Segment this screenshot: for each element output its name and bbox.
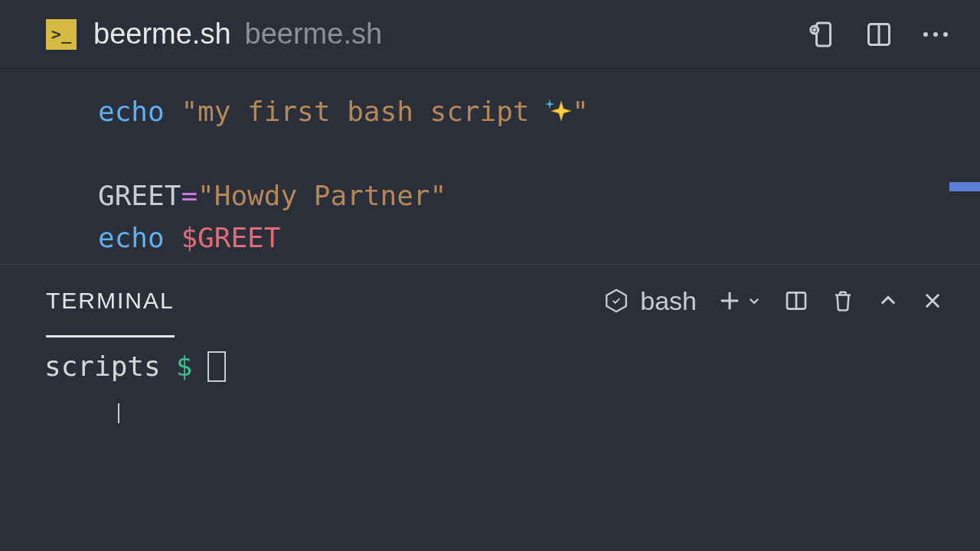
code-line-4: echo $GREET	[98, 217, 980, 259]
shell-file-glyph: >_	[51, 24, 72, 44]
maximize-panel-icon[interactable]	[877, 290, 899, 311]
svg-point-4	[923, 32, 928, 37]
terminal-body[interactable]: scripts $	[0, 337, 980, 423]
code-line-3: GREET="Howdy Partner"	[98, 174, 980, 217]
editor-tabbar: >_ beerme.sh beerme.sh	[0, 0, 980, 69]
code-editor[interactable]: echo "my first bash script " GREET="Howd…	[0, 69, 980, 264]
terminal-actions	[718, 288, 943, 314]
assign-operator: =	[181, 180, 198, 211]
minimap-highlight	[949, 182, 980, 191]
run-on-device-icon[interactable]	[808, 21, 836, 48]
close-panel-icon[interactable]	[922, 290, 943, 311]
editor-actions	[808, 21, 949, 48]
kill-terminal-icon[interactable]	[831, 288, 854, 314]
terminal-prompt: scripts $	[44, 350, 980, 382]
split-terminal-icon[interactable]	[784, 289, 808, 313]
active-tab-filename[interactable]: beerme.sh	[93, 18, 231, 51]
panel-header: TERMINAL bash	[0, 264, 980, 337]
variable-expansion: $GREET	[181, 222, 280, 253]
svg-rect-0	[817, 23, 831, 46]
shell-file-icon: >_	[46, 19, 77, 50]
echo-keyword: echo	[98, 222, 165, 253]
svg-point-5	[933, 32, 938, 37]
text-caret	[118, 403, 119, 423]
shell-selector[interactable]: bash	[603, 286, 697, 316]
terminal-profile-chevron-icon[interactable]	[747, 294, 761, 308]
terminal-cursor	[207, 351, 226, 382]
split-editor-icon[interactable]	[865, 21, 893, 48]
shell-name-label: bash	[640, 286, 697, 316]
sparkles-emoji	[543, 97, 575, 129]
bash-icon	[603, 288, 629, 314]
new-terminal-icon[interactable]	[718, 289, 741, 312]
code-line-1: echo "my first bash script "	[98, 90, 980, 132]
echo-keyword: echo	[98, 96, 165, 127]
terminal-tab[interactable]: TERMINAL	[46, 282, 175, 337]
breadcrumb-path[interactable]: beerme.sh	[245, 18, 383, 51]
prompt-symbol: $	[176, 350, 193, 382]
code-line-blank	[98, 132, 980, 174]
svg-point-6	[943, 32, 948, 37]
prompt-cwd: scripts	[44, 350, 161, 382]
more-actions-icon[interactable]	[922, 31, 949, 38]
string-literal: "my first bash script	[181, 96, 546, 127]
string-literal: "Howdy Partner"	[198, 180, 446, 211]
variable-name: GREET	[98, 180, 181, 211]
